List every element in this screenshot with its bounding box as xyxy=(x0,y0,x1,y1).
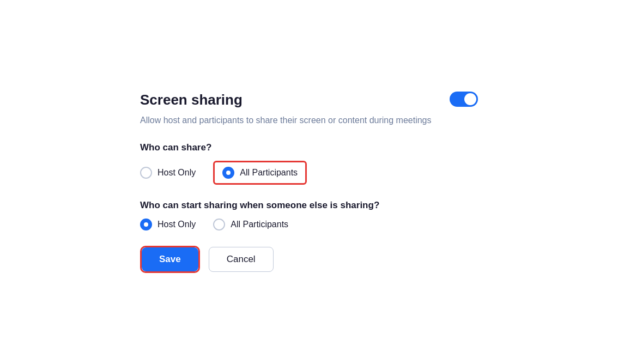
toggle-knob xyxy=(464,93,476,105)
who-can-start-radio-group: Host Only All Participants xyxy=(140,219,478,230)
radio-circle-all-participants-1 xyxy=(222,167,234,179)
screen-sharing-toggle[interactable] xyxy=(450,92,478,107)
radio-label-all-participants-2: All Participants xyxy=(231,220,288,229)
save-button-wrapper: Save xyxy=(140,246,200,273)
who-can-share-section: Who can share? Host Only All Participant… xyxy=(140,142,478,185)
radio-circle-all-participants-2 xyxy=(213,219,225,230)
cancel-button[interactable]: Cancel xyxy=(209,247,274,272)
who-can-share-all-participants[interactable]: All Participants xyxy=(213,161,307,185)
radio-label-host-only-2: Host Only xyxy=(157,220,196,229)
who-can-share-label: Who can share? xyxy=(140,142,478,153)
radio-circle-host-only-1 xyxy=(140,167,152,179)
radio-label-all-participants-1: All Participants xyxy=(240,168,298,178)
section-description: Allow host and participants to share the… xyxy=(140,114,478,127)
who-can-start-all-participants[interactable]: All Participants xyxy=(213,219,288,230)
button-row: Save Cancel xyxy=(140,246,478,273)
who-can-start-section: Who can start sharing when someone else … xyxy=(140,200,478,230)
page-title: Screen sharing xyxy=(140,92,478,108)
who-can-start-label: Who can start sharing when someone else … xyxy=(140,200,478,211)
who-can-start-host-only[interactable]: Host Only xyxy=(140,219,196,230)
save-button[interactable]: Save xyxy=(142,247,198,271)
radio-circle-host-only-2 xyxy=(140,219,152,230)
who-can-share-host-only[interactable]: Host Only xyxy=(140,167,196,179)
who-can-share-radio-group: Host Only All Participants xyxy=(140,161,478,185)
radio-label-host-only-1: Host Only xyxy=(157,168,196,178)
